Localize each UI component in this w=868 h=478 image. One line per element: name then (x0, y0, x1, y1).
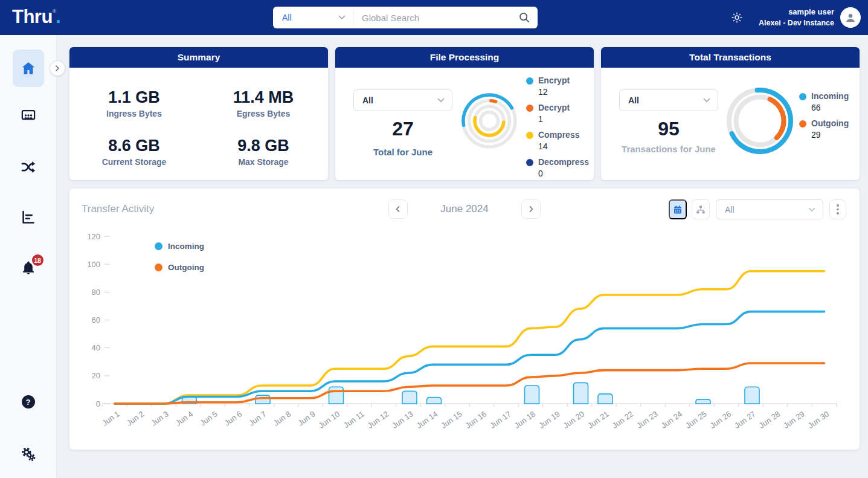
legend-item-decompress: Decompress0 (526, 157, 589, 179)
svg-text:20: 20 (92, 371, 100, 380)
svg-text:Jun 24: Jun 24 (660, 409, 684, 430)
svg-text:Jun 30: Jun 30 (806, 409, 831, 430)
user-info: sample user Alexei - Dev Instance (759, 7, 834, 29)
chevron-left-icon (394, 205, 402, 213)
svg-text:40: 40 (92, 343, 100, 352)
chevron-right-icon (527, 205, 535, 213)
stat-egress-bytes: 11.4 MB Egress Bytes (199, 88, 328, 118)
svg-text:Jun 11: Jun 11 (342, 409, 366, 430)
legend-dot (799, 120, 806, 128)
app-logo[interactable]: Thru®. (12, 6, 60, 28)
legend-dot (526, 105, 533, 112)
file-processing-donut-chart (460, 92, 518, 150)
legend-dot (799, 93, 806, 100)
search-input[interactable] (353, 13, 518, 23)
stat-value: 8.6 GB (69, 137, 199, 155)
svg-text:Jun 4: Jun 4 (174, 409, 195, 428)
legend-item-outgoing: Outgoing29 (799, 118, 849, 140)
file-processing-total: 27 (353, 118, 452, 140)
chevron-right-icon (54, 65, 60, 71)
sidebar-item-help[interactable]: ? (22, 395, 35, 409)
svg-text:Jun 14: Jun 14 (415, 409, 440, 430)
stat-label: Current Storage (69, 157, 199, 167)
search-scope-value: All (282, 13, 292, 22)
svg-text:Jun 25: Jun 25 (684, 409, 709, 430)
svg-text:Jun 7: Jun 7 (247, 409, 268, 428)
total-transactions-total: 95 (619, 118, 718, 140)
svg-text:Jun 17: Jun 17 (488, 409, 513, 430)
svg-text:Jun 16: Jun 16 (464, 409, 489, 430)
user-avatar[interactable] (840, 7, 861, 28)
period-navigation: June 2024 (388, 199, 541, 219)
user-name: sample user (759, 7, 834, 18)
search-scope-select[interactable]: All (273, 7, 353, 28)
svg-text:Jun 13: Jun 13 (390, 409, 415, 430)
help-icon: ? (22, 395, 35, 409)
chevron-down-icon (338, 15, 346, 20)
legend-item-decrypt: Decrypt1 (526, 102, 589, 124)
legend-item-encrypt: Encrypt12 (526, 75, 589, 97)
sidebar-item-notifications[interactable]: 18 (21, 260, 36, 278)
svg-text:100: 100 (87, 260, 100, 269)
legend-dot (155, 263, 162, 271)
sitemap-icon (696, 205, 706, 215)
transfer-activity-chart: 020406080100120Jun 1Jun 2Jun 3Jun 4Jun 5… (76, 230, 849, 442)
sidebar: 18 ? (0, 35, 57, 478)
gears-icon (20, 446, 37, 463)
hierarchy-view-button[interactable] (692, 199, 710, 219)
sidebar-item-settings[interactable] (20, 446, 37, 463)
svg-text:Jun 29: Jun 29 (782, 409, 806, 430)
file-processing-total-label: Total for June (341, 147, 465, 157)
svg-text:Jun 19: Jun 19 (537, 409, 562, 430)
svg-text:Jun 3: Jun 3 (149, 409, 170, 428)
chevron-down-icon (808, 207, 815, 212)
chart-menu-button[interactable] (829, 199, 846, 219)
sidebar-item-organizations[interactable] (20, 108, 36, 124)
stat-label: Max Storage (199, 157, 328, 167)
svg-text:60: 60 (92, 315, 100, 325)
legend-dot (526, 77, 533, 85)
previous-month-button[interactable] (388, 199, 408, 219)
filter-value: All (362, 95, 373, 105)
sidebar-item-transfers[interactable] (20, 159, 36, 175)
calendar-view-button[interactable] (669, 199, 687, 219)
organization-icon (20, 108, 36, 124)
legend-item-outgoing[interactable]: Outgoing (155, 263, 204, 272)
legend-item-incoming[interactable]: Incoming (155, 242, 204, 251)
total-transactions-total-label: Transactions for June (607, 144, 730, 154)
filter-value: All (725, 205, 735, 215)
svg-text:Jun 6: Jun 6 (223, 409, 244, 428)
svg-text:Jun 20: Jun 20 (562, 409, 587, 430)
logo-dot: . (56, 6, 60, 27)
logo-registered-mark: ® (53, 8, 56, 14)
svg-text:0: 0 (96, 399, 100, 409)
user-instance: Alexei - Dev Instance (759, 18, 834, 28)
transfer-activity-title: Transfer Activity (82, 203, 154, 215)
search-icon[interactable] (518, 11, 530, 24)
stat-value: 9.8 GB (199, 137, 328, 155)
svg-text:Jun 26: Jun 26 (709, 409, 733, 430)
summary-card-title: Summary (69, 47, 328, 68)
sidebar-expand-button[interactable] (50, 60, 65, 76)
chart-filter-select[interactable]: All (716, 199, 823, 219)
main-content: Summary 1.1 GB Ingress Bytes 11.4 MB Egr… (57, 35, 868, 478)
file-processing-filter-select[interactable]: All (353, 89, 452, 111)
navbar-right-group: sample user Alexei - Dev Instance (731, 0, 868, 35)
stat-label: Egress Bytes (199, 109, 328, 118)
notification-badge: 18 (32, 254, 43, 266)
file-processing-legend: Encrypt12 Decrypt1 Compress14 Decompress… (526, 75, 589, 184)
bar-chart-icon (20, 209, 36, 225)
legend-dot (526, 132, 533, 139)
total-transactions-filter-select[interactable]: All (619, 89, 718, 111)
sidebar-item-reports[interactable] (20, 209, 36, 225)
chevron-down-icon (703, 98, 710, 103)
svg-text:Jun 1: Jun 1 (100, 409, 121, 428)
shuffle-icon (20, 159, 36, 175)
sidebar-item-home[interactable] (13, 50, 44, 87)
summary-stats: 1.1 GB Ingress Bytes 11.4 MB Egress Byte… (69, 68, 328, 167)
home-icon (21, 60, 36, 76)
svg-text:Jun 21: Jun 21 (586, 409, 611, 430)
next-month-button[interactable] (521, 199, 541, 219)
total-transactions-donut-chart (725, 86, 795, 156)
theme-toggle-icon[interactable] (731, 11, 743, 24)
